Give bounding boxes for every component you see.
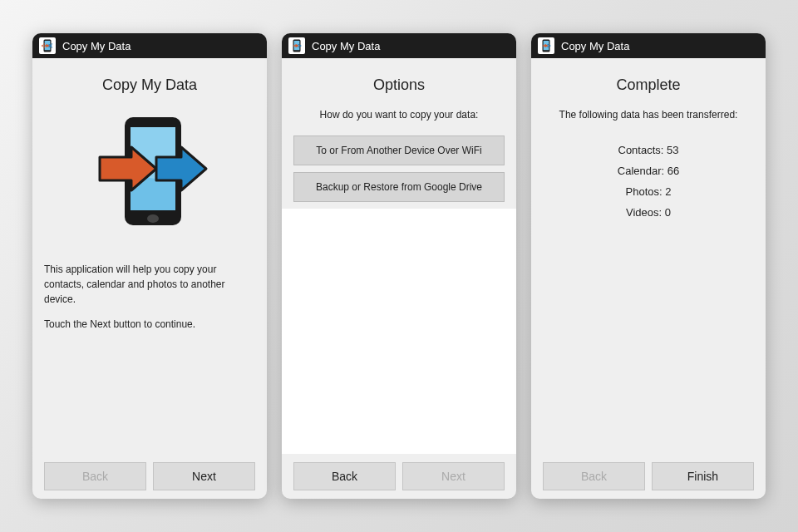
footer-nav: Back Next (282, 454, 516, 490)
app-name: Copy My Data (62, 40, 131, 52)
result-videos: Videos: 0 (543, 206, 754, 219)
page-title: Copy My Data (44, 76, 255, 94)
intro-description-1: This application will help you copy your… (44, 262, 255, 307)
result-photos: Photos: 2 (543, 185, 754, 198)
intro-text: This application will help you copy your… (44, 262, 255, 342)
app-name: Copy My Data (561, 40, 629, 52)
content-area: Copy My Data This application will help … (32, 58, 267, 499)
screen-intro: Copy My Data Copy My Data This applicati… (32, 33, 267, 499)
results-list: Contacts: 53 Calendar: 66 Photos: 2 Vide… (543, 135, 754, 227)
empty-area (282, 209, 516, 454)
page-title: Options (282, 76, 516, 94)
svg-point-8 (147, 214, 159, 223)
complete-subtitle: The following data has been transferred: (543, 109, 754, 121)
titlebar: Copy My Data (32, 33, 267, 58)
footer-nav: Back Finish (543, 454, 754, 490)
back-button: Back (44, 462, 146, 490)
footer-nav: Back Next (44, 454, 255, 490)
transfer-illustration (44, 109, 255, 234)
app-icon (288, 37, 305, 54)
next-button[interactable]: Next (153, 462, 255, 490)
next-button: Next (402, 462, 505, 490)
app-icon (39, 37, 56, 54)
content-area: Options How do you want to copy your dat… (282, 58, 516, 499)
back-button: Back (543, 462, 645, 490)
app-icon (538, 37, 554, 54)
content-area: Complete The following data has been tra… (531, 58, 766, 499)
options-subtitle: How do you want to copy your data: (282, 109, 516, 121)
option-google-drive[interactable]: Backup or Restore from Google Drive (293, 172, 505, 202)
app-name: Copy My Data (312, 40, 380, 52)
titlebar: Copy My Data (282, 33, 516, 58)
result-calendar: Calendar: 66 (543, 165, 754, 177)
intro-description-2: Touch the Next button to continue. (44, 317, 255, 332)
screen-complete: Copy My Data Complete The following data… (531, 33, 766, 499)
finish-button[interactable]: Finish (652, 462, 754, 490)
options-list: To or From Another Device Over WiFi Back… (282, 135, 516, 209)
screen-options: Copy My Data Options How do you want to … (282, 33, 516, 499)
option-wifi[interactable]: To or From Another Device Over WiFi (293, 135, 505, 165)
result-contacts: Contacts: 53 (543, 144, 754, 156)
titlebar: Copy My Data (531, 33, 766, 58)
back-button[interactable]: Back (293, 462, 396, 490)
page-title: Complete (543, 76, 754, 94)
